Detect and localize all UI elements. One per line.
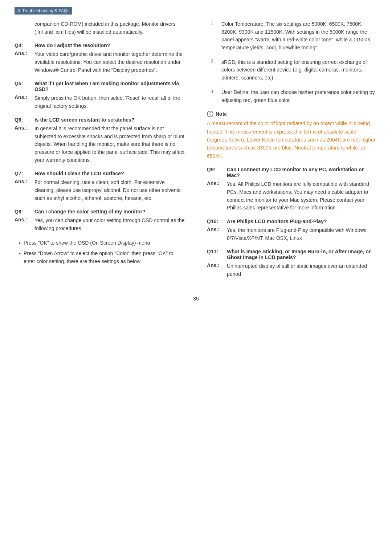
- bullet-dot-1: •: [19, 240, 21, 247]
- question-q11: Q11: What is Image Sticking, or Image Bu…: [207, 249, 377, 260]
- question-q5: Q5: What if I get lost when I am making …: [15, 81, 185, 92]
- ans-q11: Ans.: Uninterrupted display of still or …: [207, 262, 377, 278]
- bullet-dot-2: •: [19, 251, 21, 265]
- bullet-text-1: Press "OK" to show the OSD (On Screen Di…: [24, 239, 150, 247]
- q7-label: Q7:: [15, 171, 34, 176]
- ans4-label: Ans.:: [15, 50, 34, 74]
- num-label-2: 2.: [211, 58, 218, 82]
- note-header-text: Note: [216, 111, 227, 117]
- numbered-item-2: 2. sRGB; this is a standard setting for …: [211, 58, 377, 82]
- note-text: A measurement of the color of light radi…: [207, 119, 377, 160]
- ans-q9: Ans.: Yes. All Philips LCD monitors are …: [207, 180, 377, 212]
- page-number: 35: [15, 296, 377, 302]
- num-text-2: sRGB; this is a standard setting for ens…: [221, 58, 377, 82]
- ans-q6: Ans.: In general it is recommended that …: [15, 125, 185, 164]
- question-q4: Q4: How do I adjust the resolution?: [15, 42, 185, 48]
- bullet-item-2: • Press "Down Arrow" to select the optio…: [15, 250, 185, 265]
- intro-text: companion CD-ROM) included in this packa…: [34, 20, 185, 36]
- ans-q10: Ans.: Yes, the monitors are Plug-and-Pla…: [207, 226, 377, 242]
- numbered-item-1: 1. Color Temperature; The six settings a…: [211, 20, 377, 52]
- question-q6: Q6: Is the LCD screen resistant to scrat…: [15, 117, 185, 123]
- q11-label: Q11:: [207, 249, 227, 260]
- svg-point-1: [210, 112, 211, 113]
- num-text-1: Color Temperature; The six settings are …: [221, 20, 377, 52]
- qa-block-q4: Q4: How do I adjust the resolution? Ans.…: [15, 42, 185, 74]
- question-q10: Q10: Are Philips LCD monitors Plug-and-P…: [207, 218, 377, 224]
- qa-block-q6: Q6: Is the LCD screen resistant to scrat…: [15, 117, 185, 164]
- note-header: Note: [207, 111, 377, 117]
- q10-text: Are Philips LCD monitors Plug-and-Play?: [227, 218, 327, 224]
- ans6-label: Ans.:: [15, 125, 34, 164]
- ans5-label: Ans.:: [15, 94, 34, 110]
- question-q7: Q7: How should I clean the LCD surface?: [15, 171, 185, 176]
- ans-q7: Ans.: For normal cleaning, use a clean, …: [15, 179, 185, 202]
- qa-block-q11: Q11: What is Image Sticking, or Image Bu…: [207, 249, 377, 278]
- ans10-label: Ans.:: [207, 226, 227, 242]
- q8-text: Can I change the color setting of my mon…: [34, 209, 146, 214]
- ans9-label: Ans.:: [207, 180, 227, 212]
- ans6-text: In general it is recommended that the pa…: [34, 125, 185, 164]
- note-box: Note A measurement of the color of light…: [207, 111, 377, 160]
- q6-text: Is the LCD screen resistant to scratches…: [34, 117, 134, 123]
- ans5-text: Simply press the OK button, then select …: [34, 94, 185, 110]
- q5-text: What if I get lost when I am making moni…: [34, 81, 185, 92]
- intro-indent: [15, 20, 34, 36]
- question-q8: Q8: Can I change the color setting of my…: [15, 209, 185, 214]
- ans7-label: Ans.:: [15, 179, 34, 202]
- qa-block-q9: Q9: Can I connect my LCD monitor to any …: [207, 167, 377, 212]
- q9-text: Can I connect my LCD monitor to any PC, …: [227, 167, 377, 178]
- ans-q4: Ans.: Your video card/graphic driver and…: [15, 50, 185, 74]
- question-q9: Q9: Can I connect my LCD monitor to any …: [207, 167, 377, 178]
- ans-q5: Ans.: Simply press the OK button, then s…: [15, 94, 185, 110]
- ans11-label: Ans.:: [207, 262, 227, 278]
- ans11-text: Uninterrupted display of still or static…: [227, 262, 377, 278]
- q10-label: Q10:: [207, 218, 227, 224]
- num-label-1: 1.: [211, 20, 218, 52]
- q9-label: Q9:: [207, 167, 227, 178]
- q4-text: How do I adjust the resolution?: [34, 42, 110, 48]
- section-header: 8. Troubleshooting & FAQs: [15, 7, 72, 15]
- svg-rect-2: [210, 114, 211, 115]
- numbered-item-3: 3. User Define; the user can choose his/…: [211, 89, 377, 104]
- qa-block-q7: Q7: How should I clean the LCD surface? …: [15, 171, 185, 202]
- ans10-text: Yes, the monitors are Plug-and-Play comp…: [227, 226, 377, 242]
- bullet-item-1: • Press "OK" to show the OSD (On Screen …: [15, 239, 185, 247]
- qa-block-q5: Q5: What if I get lost when I am making …: [15, 81, 185, 110]
- ans-q8: Ans.: Yes, you can change your color set…: [15, 217, 185, 232]
- ans7-text: For normal cleaning, use a clean, soft c…: [34, 179, 185, 202]
- q4-label: Q4:: [15, 42, 34, 48]
- left-column: companion CD-ROM) included in this packa…: [15, 20, 189, 285]
- q11-text: What is Image Sticking, or Image Burn-in…: [227, 249, 377, 260]
- ans9-text: Yes. All Philips LCD monitors are fully …: [227, 180, 377, 212]
- q8-label: Q8:: [15, 209, 34, 214]
- intro-block: companion CD-ROM) included in this packa…: [15, 20, 185, 36]
- note-icon: [207, 111, 213, 117]
- ans4-text: Your video card/graphic driver and monit…: [34, 50, 185, 74]
- right-column: 1. Color Temperature; The six settings a…: [203, 20, 377, 285]
- qa-block-q10: Q10: Are Philips LCD monitors Plug-and-P…: [207, 218, 377, 242]
- q5-label: Q5:: [15, 81, 34, 92]
- num-text-3: User Define; the user can choose his/her…: [221, 89, 377, 104]
- main-content: companion CD-ROM) included in this packa…: [15, 20, 377, 285]
- num-label-3: 3.: [211, 89, 218, 104]
- bullet-text-2: Press "Down Arrow" to select the option …: [24, 250, 185, 265]
- q6-label: Q6:: [15, 117, 34, 123]
- q7-text: How should I clean the LCD surface?: [34, 171, 124, 176]
- ans8-text: Yes, you can change your color setting t…: [34, 217, 185, 232]
- numbered-list: 1. Color Temperature; The six settings a…: [207, 20, 377, 104]
- ans8-label: Ans.:: [15, 217, 34, 232]
- qa-block-q8: Q8: Can I change the color setting of my…: [15, 209, 185, 232]
